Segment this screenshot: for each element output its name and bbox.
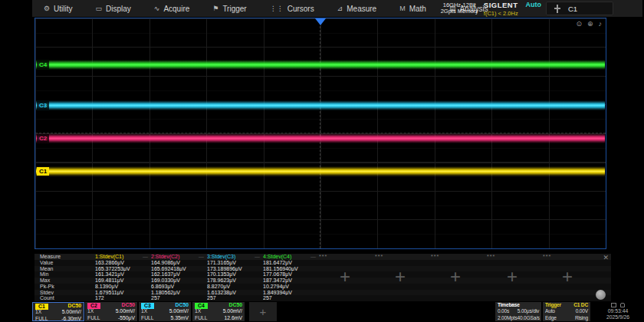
channel-label-c1[interactable]: C1	[37, 167, 49, 176]
scale-c2: 5.00mV/	[116, 308, 135, 314]
network-icon	[611, 303, 616, 307]
add-channel-button[interactable]: +	[249, 302, 277, 321]
timebase-scale: 5.00μs/div	[518, 308, 539, 314]
clock-time: 09:53:44	[593, 308, 642, 314]
lock-icon	[620, 303, 625, 307]
sound-icon[interactable]: ♪	[599, 20, 603, 28]
brand-block: SIGLENT Auto f(C1) < 2.0Hz	[484, 1, 541, 17]
coupling-c1: DC50	[68, 303, 81, 309]
move-icon[interactable]: ⊕	[587, 20, 593, 28]
waveform-trace-c2[interactable]	[36, 133, 605, 143]
measure-col-empty-header: ***	[543, 254, 599, 260]
measure-col-empty-header: ***	[319, 254, 375, 260]
row-label-mean: Mean	[34, 266, 95, 272]
menu-measure-label: Measure	[347, 5, 376, 13]
channel-label-c3[interactable]: C3	[37, 101, 49, 110]
measure-icon: ⊿	[337, 5, 343, 12]
channel-label-c2[interactable]: C2	[37, 134, 49, 143]
clock-box[interactable]: 09:53:44 2025/9/26	[593, 302, 642, 321]
menu-math[interactable]: M Math	[388, 0, 438, 17]
header-dash: —	[310, 254, 316, 260]
panel-drag-handle[interactable]	[596, 290, 606, 300]
menu-trigger-label: Trigger	[222, 5, 246, 13]
add-measurement-button[interactable]: +	[445, 266, 466, 288]
trigger-frequency-readout: f(C1) < 2.0Hz	[484, 10, 541, 17]
min-c4: 177.0678μV	[263, 271, 319, 278]
trigger-source-box[interactable]: C1	[546, 2, 613, 15]
menu-utility[interactable]: ⚙ Utility	[32, 0, 84, 17]
menu-items: ⚙ Utility ▭ Display ∿ Acquire ⚑ Trigger …	[32, 0, 500, 17]
menu-display[interactable]: ▭ Display	[84, 0, 143, 17]
trigger-box[interactable]: TriggerC1 DC Auto0.00V EdgeRising	[543, 302, 590, 321]
measure-mean-row: Mean 165.372253μV 165.692418μV 173.18989…	[34, 266, 611, 272]
timebase-title: Timebase	[498, 302, 520, 308]
display-corner-toolbar: ⊙ ⊕ ♪	[576, 20, 602, 28]
menu-measure[interactable]: ⊿ Measure	[326, 0, 388, 17]
measure-panel: Measure 1:Stdev(C1)— 2:Stdev(C2)— 3:Stde…	[34, 254, 611, 301]
measure-col-header-c4[interactable]: 4:Stdev(C4)—	[263, 254, 319, 260]
channel-box-c4[interactable]: C4DC50 1X5.00mV/ FULL12.6mV	[192, 302, 245, 321]
timebase-box[interactable]: Timebase 0.00s5.00μs/div 2.00Mpts40.0GSa…	[495, 302, 541, 321]
scale-c4: 5.00mV/	[223, 308, 242, 314]
add-measurement-button[interactable]: +	[557, 266, 578, 288]
memory-info: 2Gpts Memory	[441, 8, 478, 15]
measure-col-header-c3[interactable]: 3:Stdev(C3)—	[207, 254, 263, 260]
trigger-source-label: C1	[568, 5, 577, 13]
timebase-delay: 0.00s	[498, 308, 509, 314]
channel-box-c2[interactable]: C2DC50 1X5.00mV/ FULL-550μV	[85, 302, 137, 321]
add-measurement-button[interactable]: +	[389, 266, 411, 288]
probe-c4: 1X	[195, 308, 201, 314]
max-c1: 169.4811μV	[95, 278, 151, 284]
cursors-icon: ⋮⋮	[270, 5, 284, 12]
bottom-status-bar: C1DC50 1X5.00mV/ FULL-6.30mV C2DC50 1X5.…	[32, 302, 642, 322]
row-label-count: Count	[34, 295, 95, 301]
row-label-pkpk: Pk-Pk	[34, 284, 95, 290]
menu-trigger[interactable]: ⚑ Trigger	[201, 0, 258, 17]
trigger-source-coupling: C1 DC	[573, 302, 588, 308]
channel-label-c4[interactable]: C4	[37, 61, 49, 69]
waveform-trace-c3[interactable]	[36, 100, 605, 110]
bandwidth-c2: FULL	[87, 315, 100, 321]
measure-stdev-row: Stdev 1.679511μV 1.180562μV 1.613238μV 1…	[34, 290, 611, 296]
menu-cursors[interactable]: ⋮⋮ Cursors	[258, 0, 326, 17]
channel-box-c3[interactable]: C3DC50 1X5.00mV/ FULL5.35mV	[139, 302, 191, 321]
menu-bar: ⚙ Utility ▭ Display ∿ Acquire ⚑ Trigger …	[32, 0, 642, 17]
menu-cursors-label: Cursors	[288, 5, 314, 13]
measure-max-row: Max 169.4811μV 169.0330μV 178.9623μV 187…	[34, 278, 611, 284]
trigger-type: Edge	[545, 315, 557, 321]
trigger-slope: Rising	[575, 315, 588, 321]
value-c1: 163.2866μV	[95, 260, 151, 266]
header-dash: —	[255, 254, 260, 260]
measure-min-row: Min 161.3421μV 162.1637μV 170.1353μV 177…	[34, 271, 611, 278]
add-measurement-button[interactable]: +	[334, 266, 356, 288]
count-c1: 172	[95, 295, 151, 301]
camera-icon[interactable]: ⊙	[576, 20, 582, 28]
close-icon[interactable]: ✕	[603, 254, 609, 261]
waveform-display[interactable]: C4 C3 C2 C1 ⊙ ⊕ ♪	[34, 18, 606, 249]
waveform-trace-c1[interactable]	[36, 166, 605, 176]
measure-row-label: Measure	[34, 254, 95, 260]
menu-acquire[interactable]: ∿ Acquire	[143, 0, 201, 17]
waveform-trace-c4[interactable]	[36, 60, 605, 70]
trigger-position-marker[interactable]	[315, 18, 326, 25]
coupling-c3: DC50	[176, 302, 189, 308]
probe-c3: 1X	[141, 308, 147, 314]
min-c3: 170.1353μV	[207, 271, 263, 278]
trigger-level: 0.00V	[576, 308, 588, 314]
measure-col-header-c2[interactable]: 2:Stdev(C2)—	[151, 254, 207, 260]
menu-right-cluster: 16GHz-12Bit 2Gpts Memory SIGLENT Auto f(…	[441, 0, 642, 17]
offset-c1: -6.30mV	[61, 316, 81, 322]
channel-box-c1[interactable]: C1DC50 1X5.00mV/ FULL-6.30mV	[32, 302, 84, 321]
measure-col-empty-header: ***	[375, 254, 431, 260]
trigger-title: Trigger	[545, 302, 561, 308]
trigger-flag-icon: ⚑	[212, 5, 219, 12]
max-c4: 187.3472μV	[263, 278, 319, 284]
measure-col-header-c1[interactable]: 1:Stdev(C1)—	[95, 254, 151, 260]
coupling-c2: DC50	[122, 302, 135, 308]
header-dash: —	[143, 254, 148, 260]
acquisition-mode-badge[interactable]: Auto	[526, 1, 542, 8]
scale-c3: 5.00mV/	[169, 308, 189, 314]
max-c2: 169.0330μV	[151, 278, 207, 284]
add-measurement-button[interactable]: +	[501, 266, 523, 288]
max-c3: 178.9623μV	[207, 278, 263, 284]
